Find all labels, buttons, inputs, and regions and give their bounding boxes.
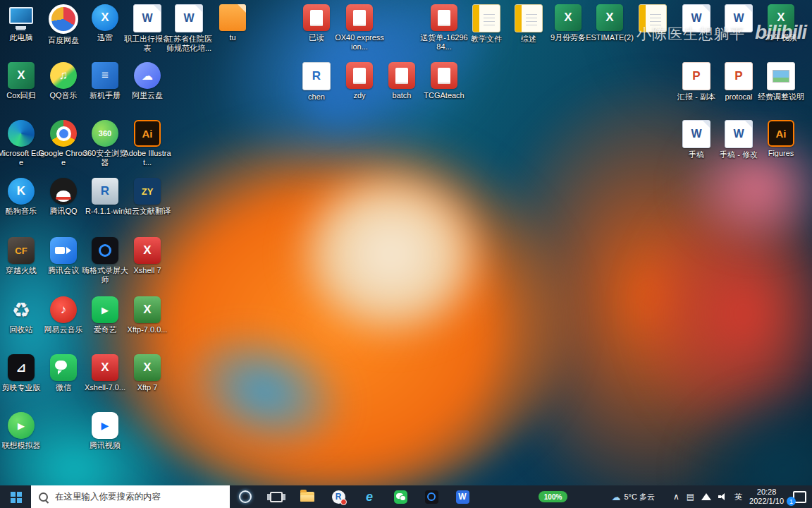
manuscript-icon: W: [682, 120, 710, 148]
desktop-icon-label: tu: [207, 33, 258, 42]
wps-icon: W: [456, 490, 469, 504]
r-app-taskbar-button[interactable]: R: [323, 485, 354, 508]
desktop-icon-ox40[interactable]: OX40 expression...: [334, 4, 385, 52]
desktop-icon-funding-note[interactable]: 经费调整说明: [756, 62, 806, 102]
shipping-order-icon: [431, 4, 457, 31]
doc-b-icon: W: [725, 4, 753, 32]
desktop-icon-label: Xftp 7: [122, 383, 173, 392]
battery-indicator[interactable]: 100%: [539, 491, 568, 502]
desktop-icon-label: 知云文献翻译: [122, 207, 173, 216]
task-view-icon: [270, 492, 283, 502]
desktop-icon-adobe-illustrator[interactable]: AiAdobe Illustrat...: [122, 120, 173, 167]
start-button[interactable]: [0, 485, 31, 508]
xftp-installer-icon: X: [134, 296, 161, 323]
wechat-icon: [50, 354, 77, 381]
date: 2022/1/10: [749, 497, 784, 506]
screen-recorder-icon: [425, 490, 438, 504]
xshell-7-icon: X: [134, 237, 161, 264]
taskbar-pinned-apps: ReW: [230, 485, 478, 508]
desktop-icons: 此电脑XCox回归Microsoft EdgeK酷狗音乐CF穿越火线♻回收站⊿剪…: [0, 0, 812, 485]
desktop-icon-figures[interactable]: AiFigures: [756, 120, 806, 158]
estimate-icon: X: [596, 4, 623, 31]
tcgateach-icon: [431, 62, 457, 89]
desktop-icon-xftp-installer[interactable]: XXftp-7.0.0...: [122, 296, 173, 334]
this-pc-icon: [8, 4, 35, 31]
desktop-icon-aliyun-drive[interactable]: ☁阿里云盘: [122, 62, 173, 100]
file-explorer-icon: [300, 492, 314, 502]
tray-expand-chevron-icon[interactable]: ∧: [673, 492, 679, 502]
device-icon[interactable]: ▤: [687, 492, 694, 502]
chen-icon: R: [302, 62, 331, 90]
system-tray: 100% ☁ 5°C 多云 ∧ ▤ 英 20:28 2022/1/10 1: [539, 485, 812, 508]
internet-explorer-taskbar-button[interactable]: e: [354, 485, 385, 508]
taskbar: ReW 100% ☁ 5°C 多云 ∧ ▤ 英 20:28 2022/1/10 …: [0, 485, 812, 508]
desktop-icon-label: Xshell 7: [122, 266, 173, 275]
teaching-files-icon: [472, 4, 500, 32]
task-view-taskbar-button[interactable]: [261, 485, 292, 508]
notification-center[interactable]: 1: [791, 485, 808, 508]
desktop-icon-xftp-7[interactable]: XXftp 7: [122, 354, 173, 392]
google-chrome-icon: [50, 120, 77, 147]
desktop-icon-label: 21年视频: [756, 33, 806, 42]
batch-icon: [388, 62, 415, 89]
search-icon: [39, 492, 48, 502]
tu-icon: [219, 4, 246, 31]
r-app-icon: R: [332, 490, 345, 504]
wechat-task-taskbar-button[interactable]: [385, 485, 416, 508]
zhiyun-translate-icon: ZY: [134, 178, 161, 205]
capcut-icon: ⊿: [8, 354, 35, 381]
battery-percent: 100%: [544, 493, 562, 501]
desktop-icon-lenovo-emulator[interactable]: ▶联想模拟器: [0, 412, 47, 450]
file-explorer-taskbar-button[interactable]: [292, 485, 323, 508]
notification-badge: 1: [787, 497, 796, 506]
internet-explorer-icon: e: [366, 490, 373, 504]
desktop-icon-tencent-video[interactable]: ▶腾讯视频: [80, 412, 130, 450]
manuscript-revised-icon: W: [725, 120, 753, 148]
desktop-icon-zhiyun-translate[interactable]: ZY知云文献翻译: [122, 178, 173, 216]
taskbar-search[interactable]: [31, 485, 230, 508]
screen-recorder-taskbar-button[interactable]: [416, 485, 447, 508]
new-machine-manual-icon: ≡: [92, 62, 118, 89]
wps-taskbar-button[interactable]: W: [447, 485, 478, 508]
desktop-icon-label: Adobe Illustrat...: [122, 149, 173, 167]
weather-icon: ☁: [611, 492, 620, 502]
lenovo-emulator-icon: ▶: [8, 412, 35, 439]
report-copy-icon: P: [682, 62, 710, 90]
adobe-illustrator-icon: Ai: [134, 120, 161, 147]
search-input[interactable]: [54, 491, 230, 502]
recycle-bin-icon: ♻: [8, 296, 35, 323]
doc-a-icon: W: [682, 4, 710, 32]
desktop-icon-tcgateach[interactable]: TCGAteach: [419, 62, 469, 100]
wechat-task-icon: [394, 490, 407, 504]
trip-report-doc-icon: W: [133, 4, 161, 32]
volume-icon[interactable]: [718, 493, 727, 500]
aliyun-drive-icon: ☁: [134, 62, 161, 89]
desktop-icon-label: Xftp-7.0.0...: [122, 325, 173, 334]
yidu-icon: [303, 4, 330, 31]
september-labor-icon: X: [555, 4, 582, 31]
protocal-icon: P: [725, 62, 753, 90]
clock[interactable]: 20:28 2022/1/10: [749, 488, 784, 506]
desktop-icon-video-21[interactable]: X21年视频: [756, 4, 806, 42]
r-installer-icon: R: [92, 178, 118, 205]
desktop-icon-label: OX40 expression...: [334, 33, 385, 52]
microsoft-edge-icon: [8, 120, 35, 147]
notebook-2-icon: [639, 4, 667, 32]
desktop-icon-xshell-7[interactable]: XXshell 7: [122, 237, 173, 275]
cortana-icon: [239, 490, 252, 503]
xftp-7-icon: X: [134, 354, 161, 381]
input-language-indicator[interactable]: 英: [734, 492, 742, 502]
time: 20:28: [749, 488, 784, 497]
wifi-icon[interactable]: [701, 493, 711, 500]
qq-music-icon: ♫: [50, 62, 77, 89]
desktop-icon-label: 腾讯视频: [80, 441, 130, 450]
tencent-video-icon: ▶: [92, 412, 118, 439]
tencent-qq-icon: [50, 178, 77, 205]
jiangsu-training-doc-icon: W: [175, 4, 203, 32]
ox40-icon: [346, 4, 373, 31]
zdy-icon: [346, 62, 373, 89]
desktop-icon-tu[interactable]: tu: [207, 4, 258, 42]
thunder-icon: X: [92, 4, 118, 31]
cortana-taskbar-button[interactable]: [230, 485, 261, 508]
weather-widget[interactable]: ☁ 5°C 多云: [611, 492, 655, 502]
